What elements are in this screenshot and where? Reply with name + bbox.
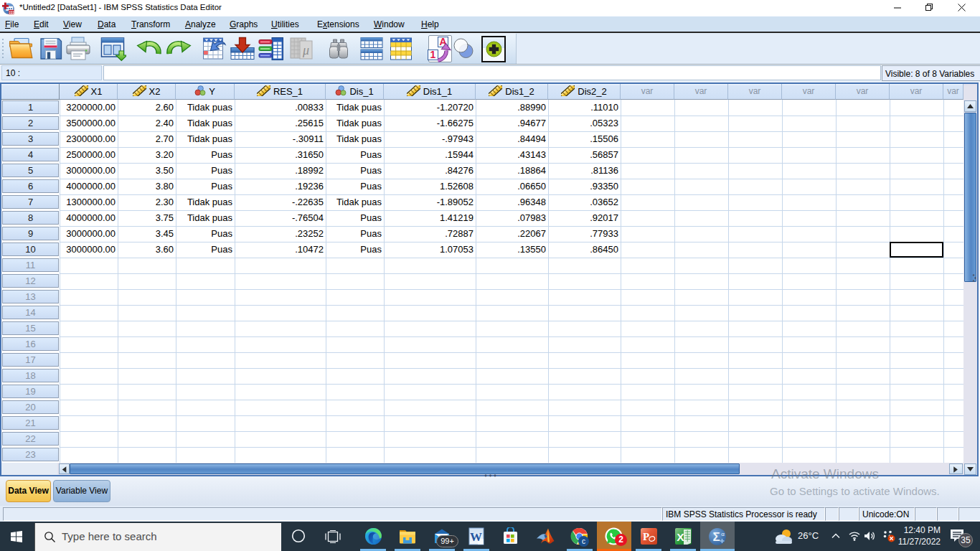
svg-text:μ: μ xyxy=(302,43,309,57)
svg-text:α: α xyxy=(721,531,725,537)
svg-text:1: 1 xyxy=(430,49,436,60)
svg-text:W: W xyxy=(470,530,482,544)
svg-text:P: P xyxy=(643,531,649,542)
svg-text:X: X xyxy=(677,531,684,543)
svg-text:Σ: Σ xyxy=(712,530,720,544)
